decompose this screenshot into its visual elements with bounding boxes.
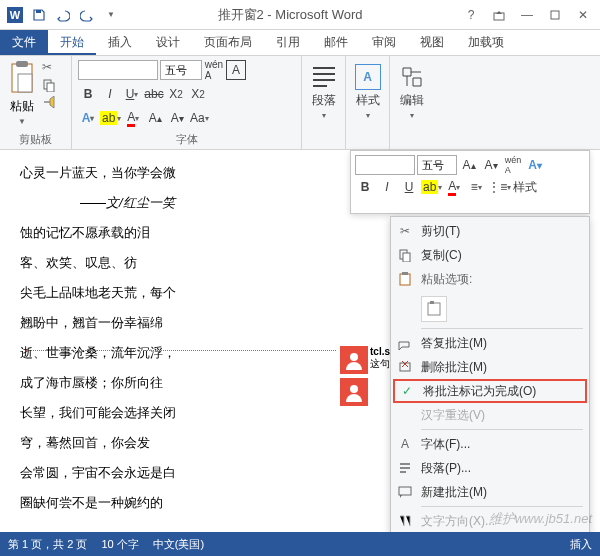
mini-bold[interactable]: B (355, 177, 375, 197)
window-title: 推开窗2 - Microsoft Word (122, 6, 458, 24)
group-font-label: 字体 (72, 132, 301, 147)
svg-rect-7 (18, 74, 32, 92)
pinyin-icon[interactable]: wénA (204, 60, 224, 80)
status-bar: 第 1 页，共 2 页 10 个字 中文(美国) 插入 (0, 532, 600, 556)
delete-comment-icon (397, 359, 413, 375)
char-border-icon[interactable]: A (226, 60, 246, 80)
font-color-button[interactable]: A▾ (123, 108, 143, 128)
superscript-button[interactable]: X2 (188, 84, 208, 104)
window-controls: ? — ✕ (458, 4, 600, 26)
svg-rect-19 (399, 487, 411, 495)
status-page[interactable]: 第 1 页，共 2 页 (8, 537, 87, 552)
tab-review[interactable]: 审阅 (360, 30, 408, 55)
cm-text-direction: 文字方向(X)... (393, 509, 587, 533)
cm-paste-header: 粘贴选项: (393, 267, 587, 292)
paragraph-button[interactable]: 段落 ▾ (307, 60, 341, 124)
cm-copy[interactable]: 复制(C) (393, 243, 587, 267)
word-icon[interactable]: W (4, 4, 26, 26)
styles-button[interactable]: A 样式 ▾ (351, 60, 385, 124)
font-size-select[interactable]: 五号 (160, 60, 202, 80)
text-effects-button[interactable]: A▾ (78, 108, 98, 128)
scissors-icon: ✂ (397, 223, 413, 239)
maximize-icon[interactable] (542, 4, 568, 26)
cm-reply-comment[interactable]: 答复批注(M) (393, 331, 587, 355)
mini-styles-button[interactable]: A▾ (525, 155, 545, 175)
mini-italic[interactable]: I (377, 177, 397, 197)
grow-font-button[interactable]: A▴ (145, 108, 165, 128)
mini-styles-label[interactable]: 样式 (513, 177, 537, 197)
cm-new-comment[interactable]: 新建批注(M) (393, 480, 587, 504)
paragraph-icon (397, 460, 413, 476)
cm-paragraph[interactable]: 段落(P)... (393, 456, 587, 480)
tab-design[interactable]: 设计 (144, 30, 192, 55)
cm-delete-comment[interactable]: 删除批注(M) (393, 355, 587, 379)
format-painter-icon[interactable] (42, 96, 60, 112)
strikethrough-button[interactable]: abc (144, 84, 164, 104)
italic-button[interactable]: I (100, 84, 120, 104)
font-family-select[interactable] (78, 60, 158, 80)
group-clipboard-label: 剪贴板 (0, 132, 71, 147)
editing-button[interactable]: 编辑 ▾ (395, 60, 429, 124)
undo-icon[interactable] (52, 4, 74, 26)
status-insert[interactable]: 插入 (570, 537, 592, 552)
mini-numbering[interactable]: ⋮≡▾ (488, 177, 511, 197)
tab-addins[interactable]: 加载项 (456, 30, 516, 55)
tab-view[interactable]: 视图 (408, 30, 456, 55)
context-menu: ✂剪切(T) 复制(C) 粘贴选项: 答复批注(M) 删除批注(M) ✓将批注标… (390, 216, 590, 536)
mini-font-color[interactable]: A▾ (444, 177, 464, 197)
copy-icon[interactable] (42, 78, 60, 94)
svg-rect-17 (430, 301, 434, 304)
tab-mailings[interactable]: 邮件 (312, 30, 360, 55)
tab-home[interactable]: 开始 (48, 30, 96, 55)
title-bar: W ▼ 推开窗2 - Microsoft Word ? — ✕ (0, 0, 600, 30)
status-language[interactable]: 中文(美国) (153, 537, 204, 552)
font-icon: A (397, 436, 413, 452)
qat-dropdown-icon[interactable]: ▼ (100, 4, 122, 26)
minimize-icon[interactable]: — (514, 4, 540, 26)
mini-highlight[interactable]: ab▾ (421, 177, 442, 197)
svg-rect-13 (403, 253, 410, 262)
tab-layout[interactable]: 页面布局 (192, 30, 264, 55)
mini-pinyin-icon[interactable]: wénA (503, 155, 523, 175)
cut-icon[interactable]: ✂ (42, 60, 60, 76)
cm-font[interactable]: A字体(F)... (393, 432, 587, 456)
mini-underline[interactable]: U (399, 177, 419, 197)
reply-icon (397, 335, 413, 351)
avatar-icon (340, 378, 368, 406)
ribbon-options-icon[interactable] (486, 4, 512, 26)
svg-rect-14 (400, 274, 410, 285)
text-direction-icon (397, 513, 413, 529)
subscript-button[interactable]: X2 (166, 84, 186, 104)
cm-reconvert: 汉字重选(V) (393, 403, 587, 427)
tab-insert[interactable]: 插入 (96, 30, 144, 55)
svg-rect-16 (428, 303, 440, 315)
svg-rect-2 (36, 10, 41, 13)
ribbon-tabs: 文件 开始 插入 设计 页面布局 引用 邮件 审阅 视图 加载项 (0, 30, 600, 56)
change-case-button[interactable]: Aa▾ (189, 108, 209, 128)
new-comment-icon (397, 484, 413, 500)
svg-rect-15 (402, 272, 408, 275)
shrink-font-button[interactable]: A▾ (167, 108, 187, 128)
status-words[interactable]: 10 个字 (101, 537, 138, 552)
mini-grow-font[interactable]: A▴ (459, 155, 479, 175)
svg-rect-4 (551, 11, 559, 19)
close-icon[interactable]: ✕ (570, 4, 596, 26)
save-icon[interactable] (28, 4, 50, 26)
paste-button[interactable]: 粘贴 ▼ (6, 60, 38, 126)
cm-mark-done[interactable]: ✓将批注标记为完成(O) (393, 379, 587, 403)
bold-button[interactable]: B (78, 84, 98, 104)
mini-size-select[interactable]: 五号 (417, 155, 457, 175)
mini-font-select[interactable] (355, 155, 415, 175)
tab-file[interactable]: 文件 (0, 30, 48, 55)
paste-option-keep-source[interactable] (421, 296, 447, 322)
underline-button[interactable]: U▾ (122, 84, 142, 104)
checkmark-icon: ✓ (399, 383, 415, 399)
mini-shrink-font[interactable]: A▾ (481, 155, 501, 175)
svg-text:W: W (10, 9, 21, 21)
cm-cut[interactable]: ✂剪切(T) (393, 219, 587, 243)
mini-bullets[interactable]: ≡▾ (466, 177, 486, 197)
help-icon[interactable]: ? (458, 4, 484, 26)
redo-icon[interactable] (76, 4, 98, 26)
highlight-button[interactable]: ab▾ (100, 108, 121, 128)
tab-references[interactable]: 引用 (264, 30, 312, 55)
